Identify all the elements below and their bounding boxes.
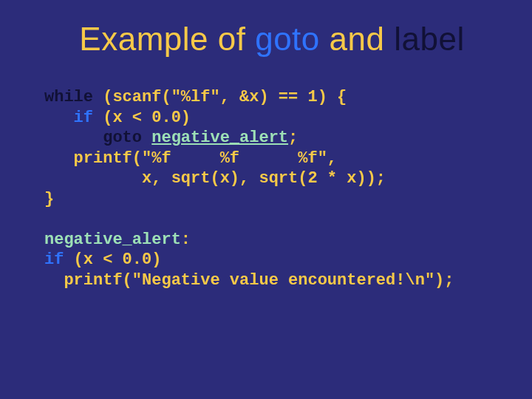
- code-text: :: [181, 231, 191, 249]
- keyword-if: if: [44, 250, 64, 269]
- code-indent: [44, 109, 74, 127]
- title-word-label: label: [394, 21, 464, 57]
- slide-title: Example of goto and label: [41, 21, 502, 58]
- code-line: }: [44, 190, 54, 208]
- keyword-goto: goto: [103, 129, 142, 147]
- code-line: x, sqrt(x), sqrt(2 * x));: [44, 169, 386, 188]
- keyword-while: while: [44, 88, 93, 106]
- slide: Example of goto and label while (scanf("…: [0, 0, 532, 399]
- code-text: [142, 129, 151, 147]
- code-line: printf("Negative value encountered!\n");: [44, 271, 454, 290]
- code-text: (x < 0.0): [93, 109, 191, 127]
- title-word-and: and: [330, 21, 385, 57]
- code-block: while (scanf("%lf", &x) == 1) { if (x < …: [44, 87, 502, 290]
- code-indent: [44, 129, 103, 147]
- code-text: ;: [288, 129, 298, 147]
- code-text: (x < 0.0): [64, 250, 161, 269]
- title-word-example: Example: [79, 21, 208, 57]
- title-word-of: of: [218, 21, 246, 57]
- label-definition: negative_alert: [44, 231, 181, 249]
- code-text: (scanf("%lf", &x) == 1) {: [93, 88, 347, 106]
- code-line: printf("%f %f %f",: [44, 149, 337, 168]
- keyword-if: if: [74, 109, 93, 127]
- goto-target: negative_alert: [151, 129, 288, 147]
- title-word-goto: goto: [255, 21, 320, 57]
